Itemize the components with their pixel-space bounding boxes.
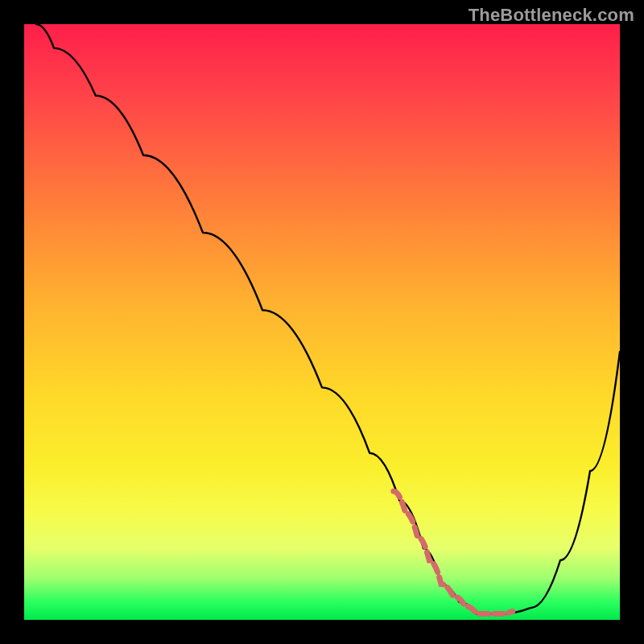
chart-container: TheBottleneck.com [0,0,644,644]
watermark-text: TheBottleneck.com [469,5,634,26]
bottleneck-curve-line [36,24,620,614]
curve-overlay [24,24,620,620]
highlight-marker [394,491,513,613]
plot-area [24,24,620,620]
